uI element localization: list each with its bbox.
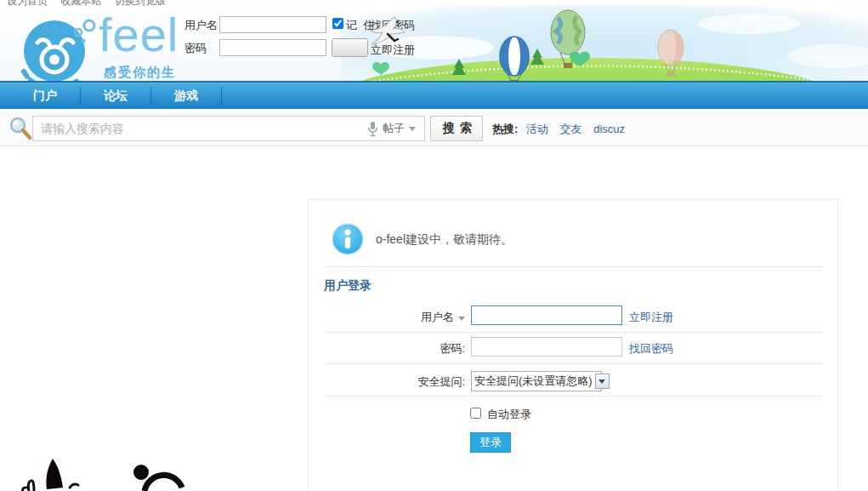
- search-scope-value: 帖子: [383, 121, 405, 136]
- find-password-link[interactable]: 找回密码: [629, 341, 673, 357]
- hot-link-friends[interactable]: 交友: [560, 123, 582, 135]
- construction-notice: o-feel建设中，敬请期待。: [376, 232, 513, 248]
- login-panel-title: 用户登录: [324, 278, 372, 294]
- header-password-label: 密码: [184, 41, 218, 56]
- hot-search-label: 热搜:: [492, 123, 518, 135]
- select-dropdown-button[interactable]: [595, 374, 610, 389]
- site-header: feel 感受你的生活 用户名 密码 记 住 找回密码 立即注册: [0, 5, 868, 81]
- search-input[interactable]: [33, 122, 363, 135]
- set-homepage-link[interactable]: 设为首页: [7, 0, 48, 7]
- security-question-label: 安全提问:: [309, 374, 465, 390]
- register-link[interactable]: 立即注册: [629, 310, 673, 325]
- header-password-input[interactable]: [219, 39, 326, 56]
- hot-link-activity[interactable]: 活动: [526, 123, 548, 135]
- hot-link-discuz[interactable]: discuz: [593, 123, 625, 135]
- search-button[interactable]: 搜索: [430, 116, 483, 141]
- login-button[interactable]: 登录: [470, 432, 511, 453]
- header-username-input[interactable]: [219, 16, 326, 33]
- username-label: 用户名: [309, 310, 465, 325]
- hot-search: 热搜: 活动 交友 discuz: [492, 122, 633, 137]
- nav-item-games[interactable]: 游戏: [151, 83, 221, 109]
- dotted-divider: [324, 363, 823, 364]
- header-username-label: 用户名: [184, 18, 218, 33]
- footer-artwork: [17, 457, 187, 491]
- main-nav: 门户 论坛 游戏: [0, 81, 868, 109]
- password-input[interactable]: [471, 337, 622, 357]
- site-logo[interactable]: feel 感受你的生活: [5, 12, 184, 85]
- password-label: 密码:: [309, 341, 465, 357]
- mascot-icon: [10, 15, 104, 88]
- chevron-down-icon: [409, 127, 416, 131]
- chevron-down-icon: [599, 380, 605, 384]
- username-type-chevron-icon[interactable]: [458, 317, 465, 321]
- switch-wide-link[interactable]: 切换到宽版: [115, 0, 166, 7]
- search-box: 帖子: [32, 116, 425, 141]
- info-icon: [332, 223, 364, 255]
- dotted-divider: [324, 396, 823, 397]
- search-section: 帖子 搜索 热搜: 活动 交友 discuz: [0, 111, 868, 146]
- main-panel: o-feel建设中，敬请期待。 用户登录 用户名 立即注册 密码: 找回密码 安…: [308, 199, 838, 491]
- remember-checkbox[interactable]: [332, 18, 343, 29]
- dotted-divider: [324, 332, 823, 333]
- brand-name: feel: [99, 7, 179, 62]
- security-question-select[interactable]: 安全提问(未设置请忽略): [471, 371, 602, 391]
- nav-item-portal[interactable]: 门户: [10, 83, 80, 109]
- top-utility-bar: 设为首页 收藏本站 切换到宽版: [7, 0, 176, 9]
- nav-divider: [221, 87, 222, 105]
- security-question-value: 安全提问(未设置请忽略): [472, 374, 595, 389]
- microphone-icon[interactable]: [367, 121, 378, 137]
- bookmark-site-link[interactable]: 收藏本站: [60, 0, 101, 7]
- username-input[interactable]: [471, 305, 622, 325]
- auto-login-label: 自动登录: [487, 407, 531, 422]
- auto-login-checkbox[interactable]: [470, 408, 481, 419]
- search-icon: [8, 116, 33, 141]
- divider: [324, 266, 823, 267]
- search-scope-dropdown[interactable]: 帖子: [383, 121, 416, 136]
- nav-item-forum[interactable]: 论坛: [81, 83, 150, 109]
- dove-icon: [357, 12, 410, 53]
